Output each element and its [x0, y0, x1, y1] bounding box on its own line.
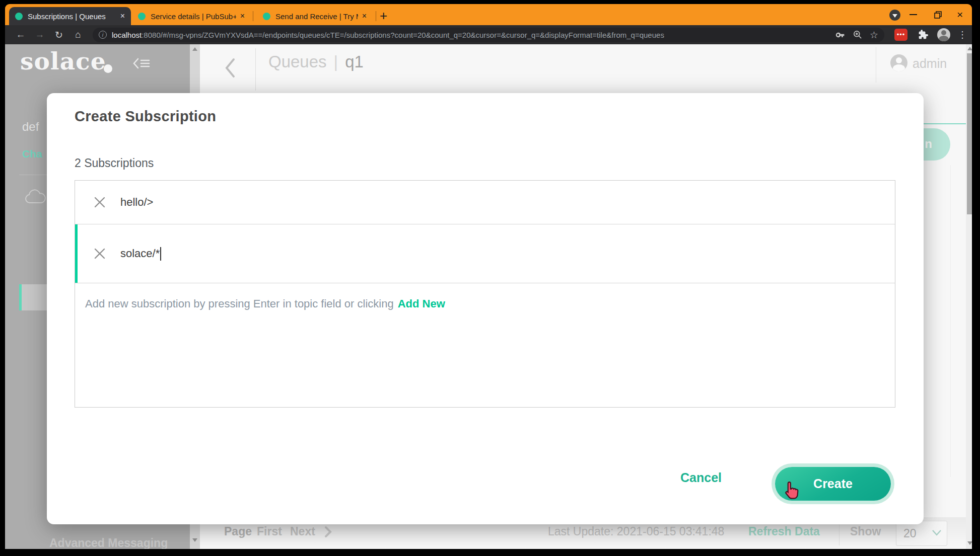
- page-label: Page: [224, 525, 252, 538]
- tab-separator: [376, 11, 376, 21]
- extensions-puzzle-icon[interactable]: [917, 29, 928, 40]
- solace-logo: solace: [20, 47, 106, 75]
- change-vpn-link[interactable]: Cha: [22, 148, 42, 160]
- subscription-topic-input[interactable]: hello/>: [120, 196, 153, 209]
- modal-title: Create Subscription: [75, 108, 216, 125]
- page-size-value: 20: [903, 527, 917, 540]
- focus-accent-bar: [75, 224, 78, 283]
- user-avatar-icon[interactable]: [890, 54, 907, 71]
- next-chevron-icon[interactable]: [324, 526, 332, 541]
- scrollbar-thumb[interactable]: [967, 53, 972, 214]
- breadcrumb: Queues | q1: [268, 52, 364, 71]
- create-subscription-modal: Create Subscription 2 Subscriptions hell…: [47, 93, 924, 524]
- scroll-down-icon[interactable]: [967, 541, 972, 545]
- mouse-cursor-hand-icon: [782, 481, 801, 505]
- page-info-icon[interactable]: i: [99, 31, 107, 39]
- home-icon[interactable]: ⌂: [69, 29, 87, 40]
- zoom-icon[interactable]: [853, 30, 863, 40]
- reload-icon[interactable]: ↻: [50, 29, 67, 41]
- tab-favicon-icon: [15, 13, 23, 20]
- breadcrumb-queues[interactable]: Queues: [268, 52, 327, 71]
- browser-menu-icon[interactable]: ⋮: [958, 30, 967, 39]
- new-tab-button[interactable]: +: [380, 9, 387, 22]
- tab-label: Send and Receive | Try Me!: [275, 12, 358, 21]
- help-text: Add new subscription by pressing Enter i…: [75, 283, 895, 310]
- chevron-down-icon: [932, 529, 942, 538]
- tab-separator: [253, 11, 253, 21]
- cloud-icon[interactable]: [23, 189, 46, 207]
- selected-accent-bar: [19, 284, 22, 310]
- solace-logo-dot: [104, 64, 112, 73]
- content-card-edge: [950, 165, 951, 477]
- url-path: :8080/#/msg-vpns/ZGVmYXVsdA==/endpoints/…: [142, 31, 664, 39]
- url-host: localhost: [112, 31, 142, 39]
- add-new-link[interactable]: Add New: [398, 297, 445, 310]
- page-viewport: solace def Cha Advanced Messaging: [5, 44, 972, 549]
- chevron-down-icon: [892, 14, 897, 18]
- breadcrumb-separator: |: [334, 52, 338, 71]
- url-text: localhost:8080/#/msg-vpns/ZGVmYXVsdA==/e…: [112, 31, 828, 39]
- last-update-text: Last Update: 2021-06-15 03:41:48: [548, 525, 724, 538]
- browser-profile-avatar[interactable]: [937, 28, 950, 41]
- user-divider: [876, 47, 876, 83]
- screenshot-stage: Subscriptions | Queues × Service details…: [0, 0, 980, 556]
- page-scrollbar[interactable]: [966, 44, 972, 549]
- close-window-button[interactable]: ×: [957, 9, 963, 21]
- browser-window: Subscriptions | Queues × Service details…: [5, 4, 972, 549]
- tab-label: Service details | PubSub+ Cloud: [151, 12, 236, 21]
- browser-toolbar: ← → ↻ ⌂ i localhost:8080/#/msg-vpns/ZGVm…: [5, 25, 972, 44]
- text-caret: [160, 247, 161, 261]
- next-page-button[interactable]: Next: [290, 525, 315, 538]
- address-bar[interactable]: i localhost:8080/#/msg-vpns/ZGVmYXVsdA==…: [93, 28, 884, 42]
- page-size-select[interactable]: 20: [896, 521, 947, 546]
- bookmark-star-icon[interactable]: ☆: [870, 29, 878, 41]
- show-label: Show: [850, 525, 881, 538]
- subscription-row-focused: solace/*: [75, 224, 895, 283]
- restore-button[interactable]: [934, 11, 942, 21]
- scroll-up-icon[interactable]: [192, 47, 197, 51]
- password-extension-icon[interactable]: •••: [894, 29, 907, 41]
- tab-close-icon[interactable]: ×: [120, 12, 125, 20]
- browser-update-badge-icon[interactable]: [889, 10, 900, 21]
- sidebar-item-advanced-messaging[interactable]: Advanced Messaging: [49, 536, 168, 549]
- tab-favicon-icon: [263, 13, 270, 20]
- back-icon[interactable]: ←: [12, 29, 29, 40]
- message-vpn-name: def: [22, 120, 39, 134]
- avatar: [937, 28, 950, 41]
- restore-icon: [934, 11, 942, 19]
- refresh-data-button[interactable]: Refresh Data: [748, 525, 820, 538]
- remove-subscription-icon[interactable]: [93, 196, 106, 209]
- back-chevron-icon[interactable]: [223, 56, 237, 82]
- forward-icon[interactable]: →: [31, 29, 48, 40]
- scroll-down-icon[interactable]: [192, 538, 197, 542]
- tab-close-icon[interactable]: ×: [240, 12, 245, 20]
- help-text-body: Add new subscription by pressing Enter i…: [85, 297, 394, 310]
- user-name[interactable]: admin: [913, 56, 947, 71]
- subscription-count: 2 Subscriptions: [75, 156, 154, 170]
- cancel-button[interactable]: Cancel: [680, 470, 722, 485]
- tab-close-icon[interactable]: ×: [362, 12, 367, 20]
- saved-password-key-icon[interactable]: [835, 30, 846, 40]
- tab-strip: Subscriptions | Queues × Service details…: [5, 4, 972, 25]
- breadcrumb-queue-name: q1: [345, 52, 364, 71]
- tab-label: Subscriptions | Queues: [28, 12, 116, 21]
- tab-send-receive[interactable]: Send and Receive | Try Me! ×: [257, 7, 373, 25]
- first-page-button[interactable]: First: [257, 525, 282, 538]
- collapse-sidebar-icon[interactable]: [132, 56, 152, 73]
- subscription-row: hello/>: [75, 181, 895, 224]
- tab-subscriptions-queues[interactable]: Subscriptions | Queues ×: [9, 7, 131, 25]
- subscription-topic-input[interactable]: solace/*: [120, 247, 160, 260]
- tab-service-details[interactable]: Service details | PubSub+ Cloud ×: [132, 7, 251, 25]
- scroll-up-icon[interactable]: [967, 47, 972, 50]
- tab-favicon-icon: [138, 13, 146, 20]
- subscription-list: hello/> solace/* Add new subscription by…: [75, 180, 895, 408]
- minimize-button[interactable]: [909, 14, 917, 15]
- header-divider: [255, 48, 256, 91]
- remove-subscription-icon[interactable]: [93, 247, 106, 260]
